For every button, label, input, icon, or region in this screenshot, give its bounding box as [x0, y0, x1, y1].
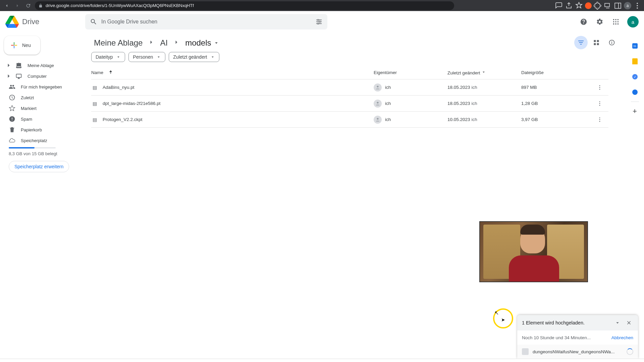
close-icon[interactable] [625, 318, 633, 327]
support-icon[interactable] [577, 15, 590, 28]
browser-menu-icon[interactable] [633, 2, 641, 10]
owner-avatar-icon [374, 83, 382, 92]
svg-point-31 [599, 103, 600, 104]
grid-view-button[interactable] [590, 36, 603, 49]
col-size-header[interactable]: Dateigröße [521, 70, 595, 75]
share-icon[interactable] [565, 2, 573, 10]
sidebar-item-label: Zuletzt [21, 95, 34, 100]
browser-reload-button[interactable] [24, 2, 32, 10]
new-button-label: Neu [22, 43, 31, 48]
drive-logo-wrap[interactable]: Drive [5, 16, 83, 28]
owner-avatar-icon [374, 116, 382, 124]
addons-plus-icon[interactable]: + [628, 105, 642, 118]
trash-icon [9, 126, 15, 133]
details-button[interactable] [605, 36, 619, 49]
sidebar-item-label: Markiert [21, 106, 37, 111]
browser-profile-avatar[interactable]: a [624, 2, 631, 9]
filter-type-chip[interactable]: Dateityp [91, 52, 125, 62]
search-options-icon[interactable] [315, 18, 323, 25]
account-avatar[interactable]: a [627, 16, 639, 27]
filter-modified-chip[interactable]: Zuletzt geändert [169, 52, 219, 62]
buy-storage-button[interactable]: Speicherplatz erweitern [9, 161, 69, 172]
browser-back-button[interactable] [3, 2, 11, 10]
search-input[interactable] [101, 19, 311, 25]
svg-point-36 [599, 121, 600, 122]
svg-point-35 [599, 119, 600, 120]
svg-point-15 [613, 23, 614, 25]
col-owner-header[interactable]: Eigentümer [374, 70, 447, 75]
sidebar-item-starred[interactable]: Markiert [4, 103, 79, 114]
svg-point-25 [377, 85, 378, 87]
table-header: Name Eigentümer Zuletzt geändert Dateigr… [91, 66, 608, 79]
svg-rect-19 [597, 40, 599, 42]
sort-arrow-up-icon[interactable] [108, 69, 113, 76]
cloud-icon [9, 137, 15, 144]
svg-point-28 [599, 88, 600, 89]
crumb-current[interactable]: models [182, 37, 222, 49]
modified-date: 18.05.2023 [447, 101, 470, 106]
table-row[interactable]: ▤dpt_large-midas-2f21e586.pt ich 18.05.2… [91, 96, 608, 112]
table-row[interactable]: ▤AdaBins_nyu.pt ich 18.05.2023ich 897 MB [91, 79, 608, 96]
owner-text: ich [385, 117, 391, 122]
crumb-ai[interactable]: AI [157, 37, 170, 49]
svg-rect-24 [611, 41, 612, 42]
upload-file-name: dungeonsNWaifusNew_dungeonsNWa... [533, 349, 614, 354]
svg-rect-23 [611, 42, 612, 44]
browser-forward-button[interactable] [13, 2, 21, 10]
sidebar-item-trash[interactable]: Papierkorb [4, 124, 79, 135]
storage-bar [9, 147, 56, 148]
search-box[interactable] [85, 14, 327, 29]
upload-file-row[interactable]: dungeonsNWaifusNew_dungeonsNWa... [517, 345, 638, 359]
filter-toggle-button[interactable] [574, 36, 588, 49]
crumb-root[interactable]: Meine Ablage [91, 37, 145, 49]
collapse-icon[interactable] [613, 318, 622, 327]
sidebar-storage[interactable]: Speicherplatz [9, 137, 78, 144]
star-icon [9, 105, 15, 112]
contacts-icon[interactable] [628, 85, 642, 99]
svg-rect-1 [615, 3, 621, 8]
file-icon [522, 348, 529, 355]
sidebar-item-spam[interactable]: Spam [4, 114, 79, 124]
new-button[interactable]: Neu [4, 36, 40, 55]
storage-usage-text: 8,3 GB von 15 GB belegt [9, 151, 78, 156]
row-more-button[interactable] [595, 99, 604, 108]
col-name-header[interactable]: Name [91, 70, 103, 75]
row-more-button[interactable] [595, 83, 604, 92]
tasks-icon[interactable] [628, 70, 642, 83]
file-size: 1,28 GB [521, 101, 595, 106]
svg-point-30 [599, 101, 600, 102]
filter-chips: Dateityp Personen Zuletzt geändert [86, 52, 620, 66]
file-icon: ▤ [91, 85, 98, 90]
chevron-right-icon [5, 62, 12, 69]
col-modified-header[interactable]: Zuletzt geändert [447, 70, 521, 75]
extension-badge-icon[interactable] [585, 2, 592, 9]
svg-rect-20 [594, 43, 596, 45]
upload-cancel-button[interactable]: Abbrechen [611, 335, 633, 340]
filter-people-chip[interactable]: Personen [128, 52, 165, 62]
file-name: dpt_large-midas-2f21e586.pt [103, 101, 161, 106]
sidebar-item-mydrive[interactable]: Meine Ablage [4, 60, 79, 71]
extensions-icon[interactable] [594, 2, 602, 10]
upload-title: 1 Element wird hochgeladen. [522, 320, 585, 325]
sidebar-item-recent[interactable]: Zuletzt [4, 92, 79, 103]
keep-icon[interactable] [628, 55, 642, 68]
calendar-icon[interactable] [628, 39, 642, 53]
upload-panel: 1 Element wird hochgeladen. Noch 10 Stun… [517, 315, 638, 359]
settings-gear-icon[interactable] [593, 15, 606, 28]
sidebar-item-computers[interactable]: Computer [4, 71, 79, 81]
file-name: AdaBins_nyu.pt [103, 85, 135, 90]
row-more-button[interactable] [595, 115, 604, 124]
file-icon: ▤ [91, 101, 98, 106]
bookmark-star-icon[interactable] [575, 2, 583, 10]
file-icon: ▤ [91, 117, 98, 122]
sidebar-item-shared[interactable]: Für mich freigegeben [4, 81, 79, 92]
browser-url-bar[interactable]: drive.google.com/drive/folders/1-5UnWywW… [35, 1, 454, 10]
media-control-icon[interactable] [604, 2, 612, 10]
owner-avatar-icon [374, 100, 382, 108]
table-row[interactable]: ▤Protogen_V2.2.ckpt ich 10.05.2023ich 3,… [91, 112, 608, 128]
sidebar-item-label: Meine Ablage [28, 63, 54, 68]
install-app-icon[interactable] [555, 2, 563, 10]
cursor-icon: ➤ [501, 317, 505, 322]
sidepanel-icon[interactable] [614, 2, 622, 10]
apps-grid-icon[interactable] [609, 15, 623, 28]
